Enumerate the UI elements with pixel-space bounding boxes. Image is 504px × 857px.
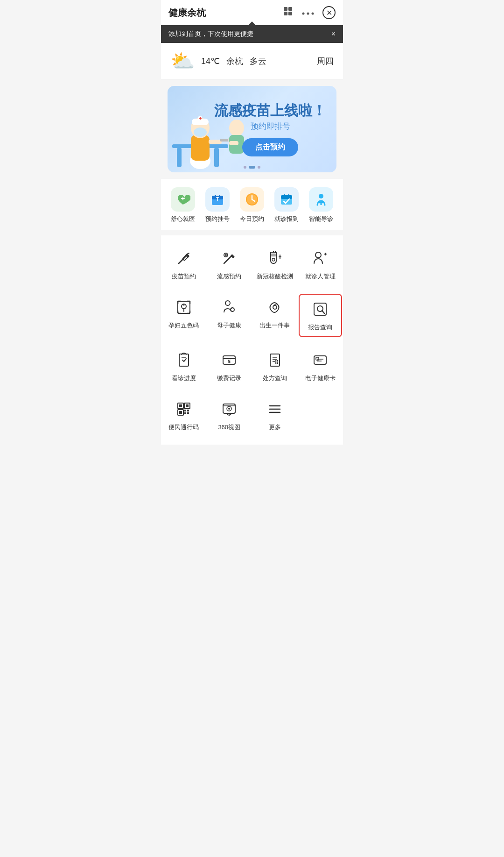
birth-event-label: 出生一件事 [259, 321, 290, 330]
svg-rect-11 [191, 135, 210, 161]
grid-item-flu[interactable]: 流感预约 [207, 244, 252, 285]
grid-item-health-card[interactable]: 电子健康卡 [298, 346, 343, 387]
more-lines-icon [267, 401, 283, 419]
smart-guide-label: 智能导诊 [309, 215, 333, 223]
svg-rect-36 [288, 194, 289, 197]
360-view-label: 360视图 [218, 423, 240, 432]
svg-point-37 [319, 194, 323, 198]
visit-progress-label: 看诊进度 [172, 374, 196, 382]
pregnant-code-label: 孕妇五色码 [168, 321, 199, 330]
svg-line-42 [181, 260, 182, 262]
report-query-label: 报告查询 [308, 323, 332, 332]
grid-item-prescription[interactable]: 处方查询 [252, 346, 298, 387]
grid-item-visit-progress[interactable]: 看诊进度 [161, 346, 207, 387]
svg-point-49 [225, 254, 227, 256]
flu-label: 流感预约 [217, 272, 241, 281]
svg-rect-47 [231, 254, 235, 258]
grid-item-covid-test[interactable]: 新冠核酸检测 [252, 244, 298, 285]
appointment-icon: T [205, 187, 230, 212]
svg-rect-27 [215, 195, 216, 198]
prescription-label: 处方查询 [263, 374, 287, 382]
svg-rect-28 [219, 195, 220, 198]
comfortable-medical-icon [171, 187, 195, 212]
grid-item-birth-event[interactable]: 出生一件事 [252, 293, 298, 338]
close-icon[interactable]: ✕ [322, 6, 336, 19]
health-card-label: 电子健康卡 [305, 374, 336, 382]
grid-item-vaccine[interactable]: 疫苗预约 [161, 244, 207, 285]
tooltip-close-button[interactable]: × [331, 30, 336, 38]
grid-item-patient-manage[interactable]: 就诊人管理 [298, 244, 343, 285]
quick-item-visit-report[interactable]: 就诊报到 [269, 187, 304, 223]
svg-rect-1 [288, 7, 292, 11]
vaccine-icon [176, 250, 192, 269]
svg-rect-100 [184, 410, 186, 411]
grid-menu: 疫苗预约 流感预约 [161, 235, 343, 445]
covid-test-label: 新冠核酸检测 [257, 272, 293, 281]
report-query-icon [312, 301, 328, 319]
banner-cta-button[interactable]: 点击预约 [242, 138, 298, 156]
today-appointment-label: 今日预约 [240, 215, 264, 223]
more-label: 更多 [269, 423, 281, 432]
banner-dot-3 [258, 166, 260, 169]
more-dots-icon[interactable] [302, 7, 314, 19]
weather-condition: 多云 [250, 56, 266, 67]
svg-point-6 [312, 13, 314, 15]
svg-line-48 [226, 260, 228, 262]
qr-code-icon [176, 401, 192, 419]
payment-label: 缴费记录 [217, 374, 241, 382]
banner-title: 流感疫苗上线啦！ [214, 102, 326, 119]
quick-item-comfortable-medical[interactable]: 舒心就医 [166, 187, 200, 223]
grid-row-1: 疫苗预约 流感预约 [161, 240, 343, 289]
svg-rect-78 [179, 354, 189, 366]
svg-point-4 [302, 13, 305, 15]
promo-banner[interactable]: 流感疫苗上线啦！ 预约即排号 点击预约 [168, 86, 336, 172]
maternal-health-icon [221, 299, 237, 318]
weather-icon: ⛅ [170, 50, 195, 72]
svg-rect-0 [284, 7, 287, 11]
svg-rect-2 [284, 12, 287, 15]
svg-point-106 [228, 408, 230, 410]
grid-item-qr-code[interactable]: 便民通行码 [161, 395, 207, 436]
patient-manage-icon [312, 250, 328, 269]
health-card-icon [312, 352, 328, 370]
grid-item-more[interactable]: 更多 [252, 395, 298, 436]
visit-progress-icon [176, 352, 192, 370]
tooltip-bar: 添加到首页，下次使用更便捷 × [161, 25, 343, 43]
grid-item-report-query[interactable]: 报告查询 [299, 294, 343, 337]
svg-rect-44 [185, 254, 189, 258]
comfortable-medical-label: 舒心就医 [171, 215, 195, 223]
grid-item-maternal-health[interactable]: 母子健康 [207, 293, 252, 338]
svg-rect-8 [177, 148, 182, 167]
grid-item-360-view[interactable]: 360视图 [207, 395, 252, 436]
svg-rect-35 [284, 194, 285, 197]
grid-icon[interactable] [282, 6, 294, 20]
smart-guide-icon [309, 187, 333, 212]
svg-rect-103 [187, 412, 189, 414]
grid-item-payment[interactable]: ¥ 缴费记录 [207, 346, 252, 387]
visit-report-label: 就诊报到 [274, 215, 299, 223]
prescription-icon [267, 352, 283, 370]
app-title: 健康余杭 [168, 7, 206, 19]
svg-rect-93 [316, 357, 319, 360]
grid-row-4: 便民通行码 360视图 [161, 391, 343, 440]
grid-row-3: 看诊进度 ¥ 缴费记录 [161, 342, 343, 391]
svg-point-71 [225, 301, 230, 305]
grid-item-pregnant-code[interactable]: 孕妇五色码 [161, 293, 207, 338]
360-view-icon [221, 401, 237, 419]
svg-rect-102 [184, 412, 186, 414]
weather-bar: ⛅ 14℃ 余杭 多云 周四 [161, 43, 343, 79]
quick-item-appointment[interactable]: T 预约挂号 [200, 187, 235, 223]
quick-item-today-appointment[interactable]: 今日预约 [235, 187, 269, 223]
svg-line-43 [187, 253, 189, 254]
flu-icon [221, 250, 237, 269]
quick-menu: 舒心就医 T 预约挂号 今日预约 [161, 179, 343, 230]
covid-test-icon [267, 250, 283, 269]
weather-temp: 14℃ [201, 56, 220, 66]
weather-info: 14℃ 余杭 多云 [201, 56, 266, 67]
today-appointment-icon [240, 187, 264, 212]
svg-point-62 [183, 305, 184, 306]
svg-rect-99 [179, 411, 182, 414]
svg-rect-16 [200, 117, 201, 120]
quick-item-smart-guide[interactable]: 智能导诊 [304, 187, 338, 223]
grid-item-empty [298, 395, 343, 436]
